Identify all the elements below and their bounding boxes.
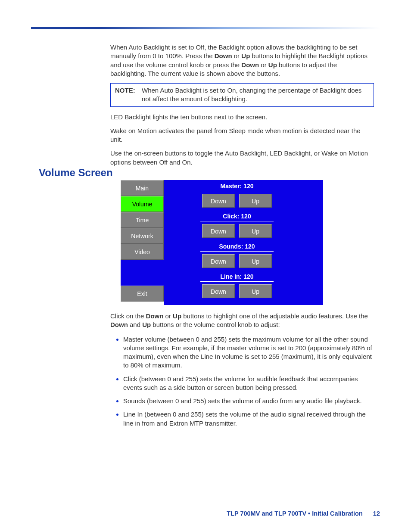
paragraph-toggle: Use the on-screen buttons to toggle the …: [110, 149, 374, 167]
bullet-linein: Line In (between 0 and 255) sets the vol…: [123, 410, 374, 428]
text: and: [128, 321, 142, 328]
group-sounds: Sounds: 120 Down Up: [181, 243, 293, 268]
side-item-network[interactable]: Network: [121, 228, 164, 244]
side-item-main[interactable]: Main: [121, 180, 164, 196]
side-nav: Main Volume Time Network Video Exit: [121, 180, 164, 305]
up-word: Up: [268, 61, 277, 68]
footer: TLP 700MV and TLP 700TV • Initial Calibr…: [227, 510, 380, 517]
up-word: Up: [241, 52, 250, 59]
text: buttons to highlight one of the adjustab…: [181, 312, 368, 320]
down-word: Down: [110, 321, 128, 328]
side-gap: [121, 260, 164, 286]
up-word: Up: [173, 312, 181, 320]
side-item-exit[interactable]: Exit: [121, 286, 164, 302]
master-label: Master: 120: [200, 183, 274, 191]
text: or: [259, 61, 268, 68]
click-label: Click: 120: [200, 213, 274, 221]
down-word: Down: [241, 61, 259, 68]
sounds-label: Sounds: 120: [200, 243, 274, 252]
bullet-click: Click (between 0 and 255) sets the volum…: [123, 374, 374, 392]
volume-panel: Main Volume Time Network Video Exit Mast…: [121, 180, 323, 306]
bullet-master: Master volume (between 0 and 255) sets t…: [123, 335, 374, 370]
paragraph-led: LED Backlight lights the ten buttons nex…: [110, 113, 374, 121]
sounds-down-button[interactable]: Down: [202, 254, 235, 268]
group-click: Click: 120 Down Up: [181, 213, 293, 238]
sounds-up-button[interactable]: Up: [239, 254, 272, 268]
side-item-video[interactable]: Video: [121, 244, 164, 260]
note-box: NOTE: When Auto Backlight is set to On, …: [110, 83, 374, 107]
side-item-time[interactable]: Time: [121, 212, 164, 228]
body-content: When Auto Backlight is set to Off, the B…: [110, 43, 374, 172]
top-rule: [31, 27, 380, 29]
linein-up-button[interactable]: Up: [239, 284, 272, 298]
note-label: NOTE:: [115, 86, 142, 104]
paragraph-backlight: When Auto Backlight is set to Off, the B…: [110, 43, 374, 78]
text: or: [163, 312, 173, 320]
page-number: 12: [373, 510, 380, 517]
linein-label: Line In: 120: [200, 273, 274, 282]
down-word: Down: [146, 312, 164, 320]
bullet-list: Master volume (between 0 and 255) sets t…: [110, 335, 374, 428]
click-down-button[interactable]: Down: [202, 224, 235, 238]
body-content-2: Click on the Down or Up buttons to highl…: [110, 312, 374, 432]
volume-screen-heading: Volume Screen: [39, 167, 113, 179]
master-up-button[interactable]: Up: [239, 194, 272, 208]
paragraph-click: Click on the Down or Up buttons to highl…: [110, 312, 374, 330]
text: or: [232, 52, 242, 59]
note-text: When Auto Backlight is set to On, changi…: [142, 86, 369, 104]
down-word: Down: [215, 52, 232, 59]
linein-down-button[interactable]: Down: [202, 284, 235, 298]
paragraph-wake: Wake on Motion activates the panel from …: [110, 127, 374, 144]
text: Click on the: [110, 312, 146, 320]
group-master: Master: 120 Down Up: [181, 183, 293, 208]
click-up-button[interactable]: Up: [239, 224, 272, 238]
up-word: Up: [142, 321, 151, 328]
side-item-volume[interactable]: Volume: [121, 196, 164, 212]
text: buttons or the volume control knob to ad…: [151, 321, 280, 328]
footer-title: TLP 700MV and TLP 700TV • Initial Calibr…: [227, 510, 363, 517]
group-linein: Line In: 120 Down Up: [181, 273, 293, 298]
master-down-button[interactable]: Down: [202, 194, 235, 208]
bullet-sounds: Sounds (between 0 and 255) sets the volu…: [123, 396, 374, 405]
